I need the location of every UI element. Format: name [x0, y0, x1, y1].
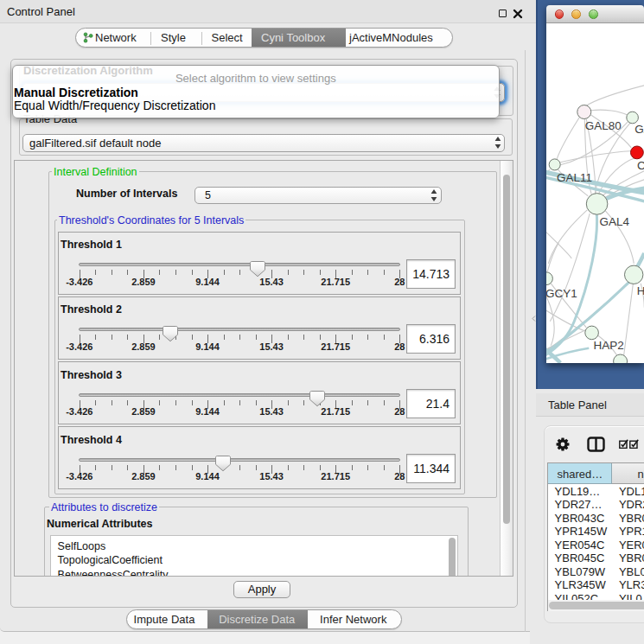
svg-text:GAL80: GAL80 [584, 119, 621, 132]
svg-text:GA: GA [634, 123, 644, 136]
svg-text:GAL11: GAL11 [557, 171, 592, 184]
svg-text:GCY1: GCY1 [546, 287, 577, 300]
svg-text:HAP2: HAP2 [593, 340, 623, 353]
svg-text:H: H [636, 284, 644, 297]
svg-text:C: C [637, 159, 644, 172]
svg-text:GAL4: GAL4 [599, 215, 629, 228]
